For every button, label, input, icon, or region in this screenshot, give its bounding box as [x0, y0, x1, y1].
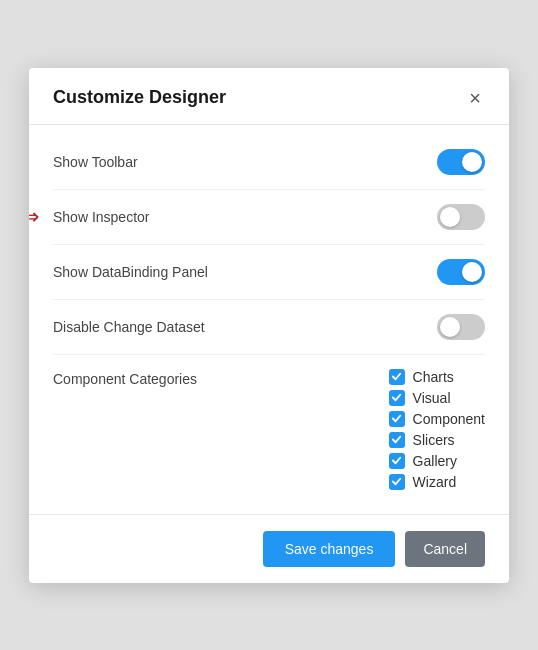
- dialog-body: Show Toolbar ⇒ Show Inspector Show DataB…: [29, 125, 509, 514]
- show-inspector-toggle[interactable]: [437, 204, 485, 230]
- category-wizard: Wizard: [389, 474, 485, 490]
- show-databinding-label: Show DataBinding Panel: [53, 264, 208, 280]
- checkbox-charts[interactable]: [389, 369, 405, 385]
- category-charts: Charts: [389, 369, 485, 385]
- save-changes-button[interactable]: Save changes: [263, 531, 396, 567]
- show-toolbar-label: Show Toolbar: [53, 154, 138, 170]
- show-toolbar-toggle[interactable]: [437, 149, 485, 175]
- checkbox-visual[interactable]: [389, 390, 405, 406]
- show-inspector-label: Show Inspector: [53, 209, 150, 225]
- checkbox-slicers[interactable]: [389, 432, 405, 448]
- setting-row-show-databinding: Show DataBinding Panel: [53, 245, 485, 300]
- setting-row-show-inspector: ⇒ Show Inspector: [53, 190, 485, 245]
- cancel-button[interactable]: Cancel: [405, 531, 485, 567]
- category-gallery: Gallery: [389, 453, 485, 469]
- checkbox-gallery[interactable]: [389, 453, 405, 469]
- dialog-header: Customize Designer ×: [29, 68, 509, 125]
- setting-row-show-toolbar: Show Toolbar: [53, 135, 485, 190]
- category-slicers-label: Slicers: [413, 432, 455, 448]
- category-slicers: Slicers: [389, 432, 485, 448]
- arrow-indicator-icon: ⇒: [29, 206, 39, 228]
- dialog-footer: Save changes Cancel: [29, 514, 509, 583]
- dialog-title: Customize Designer: [53, 87, 226, 108]
- category-visual-label: Visual: [413, 390, 451, 406]
- category-component-label: Component: [413, 411, 485, 427]
- categories-list: Charts Visual Component: [389, 369, 485, 490]
- customize-designer-dialog: Customize Designer × Show Toolbar ⇒ Show…: [29, 68, 509, 583]
- setting-row-disable-change-dataset: Disable Change Dataset: [53, 300, 485, 355]
- category-visual: Visual: [389, 390, 485, 406]
- component-categories-row: Component Categories Charts Visual: [53, 355, 485, 504]
- category-component: Component: [389, 411, 485, 427]
- disable-change-dataset-label: Disable Change Dataset: [53, 319, 205, 335]
- disable-change-dataset-toggle[interactable]: [437, 314, 485, 340]
- close-button[interactable]: ×: [465, 86, 485, 110]
- show-databinding-toggle[interactable]: [437, 259, 485, 285]
- category-wizard-label: Wizard: [413, 474, 457, 490]
- category-charts-label: Charts: [413, 369, 454, 385]
- component-categories-label: Component Categories: [53, 369, 197, 387]
- checkbox-wizard[interactable]: [389, 474, 405, 490]
- checkbox-component[interactable]: [389, 411, 405, 427]
- category-gallery-label: Gallery: [413, 453, 457, 469]
